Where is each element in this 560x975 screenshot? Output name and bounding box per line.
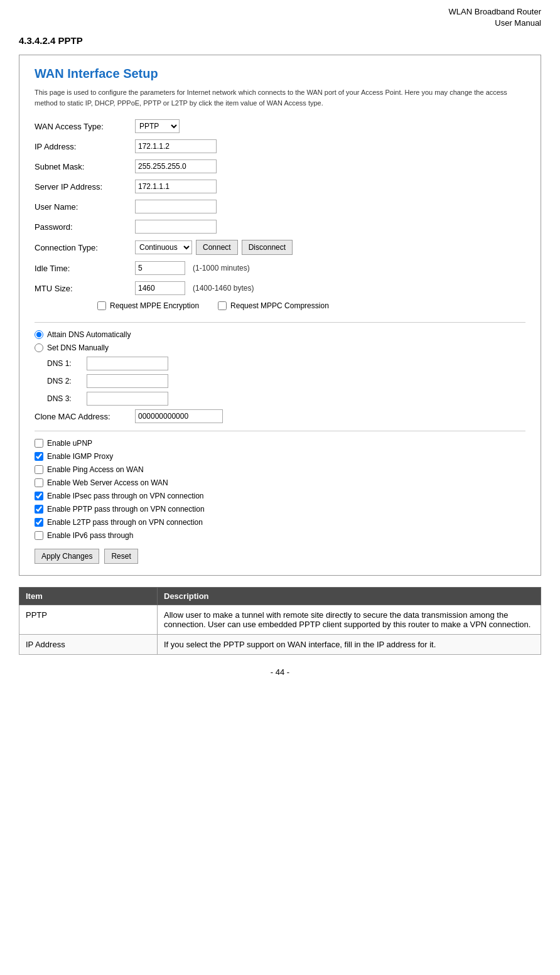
ipv6-checkbox-row: Enable IPv6 pass through bbox=[35, 531, 525, 540]
bottom-buttons: Apply Changes Reset bbox=[35, 549, 525, 564]
attain-dns-radio[interactable] bbox=[35, 330, 43, 339]
mppc-checkbox[interactable] bbox=[218, 301, 227, 310]
ip-address-label: IP Address: bbox=[35, 142, 135, 151]
mppe-label: Request MPPE Encryption bbox=[110, 301, 199, 310]
subnet-mask-field bbox=[135, 159, 217, 173]
server-ip-label: Server IP Address: bbox=[35, 182, 135, 191]
l2tp-checkbox[interactable] bbox=[35, 518, 43, 527]
dns1-label: DNS 1: bbox=[47, 359, 82, 368]
wan-access-type-select[interactable]: PPTP Static IP DHCP PPPoE L2TP bbox=[135, 119, 180, 133]
ipv6-checkbox[interactable] bbox=[35, 531, 43, 540]
igmp-checkbox[interactable] bbox=[35, 452, 43, 461]
dns1-row: DNS 1: bbox=[47, 357, 525, 370]
table-col2-header: Description bbox=[158, 588, 541, 605]
dns3-row: DNS 3: bbox=[47, 392, 525, 406]
ipsec-checkbox[interactable] bbox=[35, 492, 43, 500]
username-label: User Name: bbox=[35, 202, 135, 212]
wan-access-type-field: PPTP Static IP DHCP PPPoE L2TP bbox=[135, 119, 180, 133]
upnp-label: Enable uPNP bbox=[47, 439, 92, 448]
idle-time-input[interactable] bbox=[135, 261, 185, 275]
upnp-checkbox[interactable] bbox=[35, 439, 43, 448]
subnet-mask-row: Subnet Mask: bbox=[35, 159, 525, 173]
divider2 bbox=[35, 431, 525, 431]
l2tp-label: Enable L2TP pass through on VPN connecti… bbox=[47, 518, 203, 527]
table-desc-pptp: Allow user to make a tunnel with remote … bbox=[158, 605, 541, 635]
ip-address-row: IP Address: bbox=[35, 139, 525, 153]
header-line1: WLAN Broadband Router bbox=[449, 7, 541, 16]
attain-dns-label: Attain DNS Automatically bbox=[47, 330, 131, 339]
connection-type-field: Continuous On Demand Manual Connect Disc… bbox=[135, 240, 293, 255]
dns1-input[interactable] bbox=[87, 357, 168, 370]
ping-checkbox[interactable] bbox=[35, 465, 43, 474]
info-table: Item Description PPTP Allow user to make… bbox=[19, 587, 541, 655]
subnet-mask-input[interactable] bbox=[135, 159, 217, 173]
form-description: This page is used to configure the param… bbox=[35, 87, 525, 108]
attain-dns-row: Attain DNS Automatically bbox=[35, 330, 525, 339]
mtu-size-hint: (1400-1460 bytes) bbox=[193, 284, 254, 293]
dns3-input[interactable] bbox=[87, 392, 168, 406]
header-line2: User Manual bbox=[495, 18, 541, 28]
mtu-size-field: (1400-1460 bytes) bbox=[135, 281, 254, 295]
mtu-size-input[interactable] bbox=[135, 281, 185, 295]
ping-label: Enable Ping Access on WAN bbox=[47, 465, 144, 474]
apply-changes-button[interactable]: Apply Changes bbox=[35, 549, 99, 564]
section-title: 4.3.4.2.4 PPTP bbox=[19, 35, 541, 46]
ipv6-label: Enable IPv6 pass through bbox=[47, 531, 133, 540]
idle-time-row: Idle Time: (1-1000 minutes) bbox=[35, 261, 525, 275]
username-row: User Name: bbox=[35, 200, 525, 213]
reset-button[interactable]: Reset bbox=[104, 549, 137, 564]
table-row: IP Address If you select the PPTP suppor… bbox=[19, 635, 541, 655]
table-item-ip: IP Address bbox=[19, 635, 158, 655]
idle-time-field: (1-1000 minutes) bbox=[135, 261, 250, 275]
username-field bbox=[135, 200, 217, 213]
dns2-input[interactable] bbox=[87, 374, 168, 388]
pptp-passthrough-label: Enable PPTP pass through on VPN connecti… bbox=[47, 505, 205, 514]
wan-access-type-label: WAN Access Type: bbox=[35, 122, 135, 131]
disconnect-button[interactable]: Disconnect bbox=[242, 240, 293, 255]
ipsec-label: Enable IPsec pass through on VPN connect… bbox=[47, 492, 204, 500]
dns2-label: DNS 2: bbox=[47, 377, 82, 385]
password-input[interactable] bbox=[135, 220, 217, 234]
form-box-title: WAN Interface Setup bbox=[35, 67, 525, 81]
ip-address-input[interactable] bbox=[135, 139, 217, 153]
mtu-size-label: MTU Size: bbox=[35, 284, 135, 293]
mppc-checkbox-row: Request MPPC Compression bbox=[218, 301, 329, 310]
set-dns-radio[interactable] bbox=[35, 343, 43, 352]
dns2-row: DNS 2: bbox=[47, 374, 525, 388]
clone-mac-row: Clone MAC Address: bbox=[35, 409, 525, 423]
webserver-label: Enable Web Server Access on WAN bbox=[47, 478, 168, 487]
server-ip-input[interactable] bbox=[135, 180, 217, 193]
encryption-row: Request MPPE Encryption Request MPPC Com… bbox=[97, 301, 525, 315]
username-input[interactable] bbox=[135, 200, 217, 213]
webserver-checkbox-row: Enable Web Server Access on WAN bbox=[35, 478, 525, 487]
divider1 bbox=[35, 322, 525, 323]
dns-section: DNS 1: DNS 2: DNS 3: bbox=[47, 357, 525, 406]
mtu-size-row: MTU Size: (1400-1460 bytes) bbox=[35, 281, 525, 295]
set-dns-row: Set DNS Manually bbox=[35, 343, 525, 352]
igmp-label: Enable IGMP Proxy bbox=[47, 452, 113, 461]
clone-mac-field bbox=[135, 409, 223, 423]
connect-button[interactable]: Connect bbox=[196, 240, 238, 255]
pptp-passthrough-checkbox[interactable] bbox=[35, 505, 43, 514]
set-dns-label: Set DNS Manually bbox=[47, 343, 109, 352]
connection-type-row: Connection Type: Continuous On Demand Ma… bbox=[35, 240, 525, 255]
table-item-pptp: PPTP bbox=[19, 605, 158, 635]
wan-access-type-row: WAN Access Type: PPTP Static IP DHCP PPP… bbox=[35, 119, 525, 133]
ip-address-field bbox=[135, 139, 217, 153]
connection-type-select[interactable]: Continuous On Demand Manual bbox=[135, 240, 192, 254]
webserver-checkbox[interactable] bbox=[35, 478, 43, 487]
connection-type-label: Connection Type: bbox=[35, 243, 135, 252]
page-number: - 44 - bbox=[271, 667, 289, 677]
pptp-passthrough-checkbox-row: Enable PPTP pass through on VPN connecti… bbox=[35, 505, 525, 514]
igmp-checkbox-row: Enable IGMP Proxy bbox=[35, 452, 525, 461]
idle-time-hint: (1-1000 minutes) bbox=[193, 264, 250, 272]
dns3-label: DNS 3: bbox=[47, 394, 82, 403]
form-box: WAN Interface Setup This page is used to… bbox=[19, 55, 541, 576]
password-field bbox=[135, 220, 217, 234]
subnet-mask-label: Subnet Mask: bbox=[35, 162, 135, 171]
idle-time-label: Idle Time: bbox=[35, 264, 135, 273]
header-right: WLAN Broadband Router User Manual bbox=[19, 6, 541, 29]
clone-mac-input[interactable] bbox=[135, 409, 223, 423]
mppe-checkbox[interactable] bbox=[97, 301, 106, 310]
clone-mac-label: Clone MAC Address: bbox=[35, 412, 135, 421]
